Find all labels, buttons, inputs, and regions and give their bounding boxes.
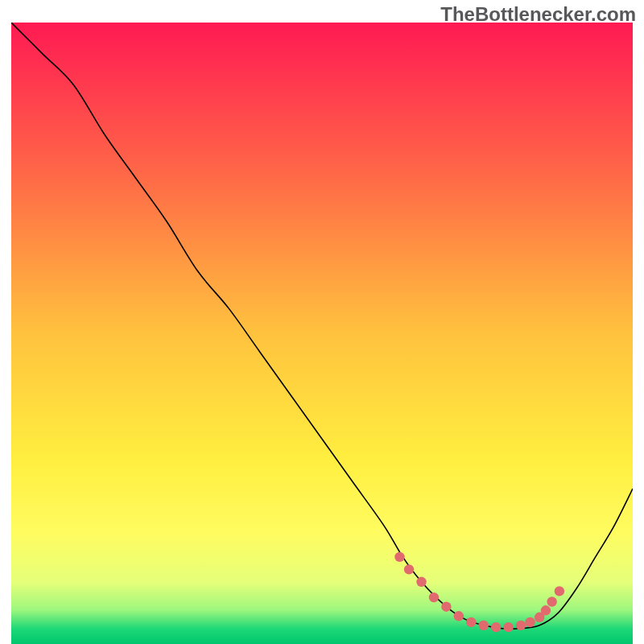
- highlight-dot: [429, 592, 439, 602]
- highlight-dot: [555, 586, 564, 596]
- bottleneck-chart: [11, 23, 633, 644]
- highlight-dot: [541, 605, 551, 615]
- highlight-dot: [404, 564, 414, 574]
- highlight-dot: [479, 621, 489, 630]
- highlight-dot: [454, 611, 464, 621]
- highlight-dot: [547, 597, 556, 606]
- highlight-dot: [416, 577, 426, 587]
- highlight-dot: [491, 622, 501, 632]
- highlight-dot: [441, 601, 451, 611]
- highlight-dot: [466, 617, 476, 627]
- gradient-background: [11, 23, 633, 644]
- chart-container: TheBottlenecker.com: [0, 0, 644, 644]
- highlight-dot: [525, 617, 535, 627]
- highlight-dot: [516, 621, 526, 630]
- plot-area: [11, 23, 633, 644]
- highlight-dot: [394, 552, 404, 562]
- highlight-dot: [503, 622, 513, 632]
